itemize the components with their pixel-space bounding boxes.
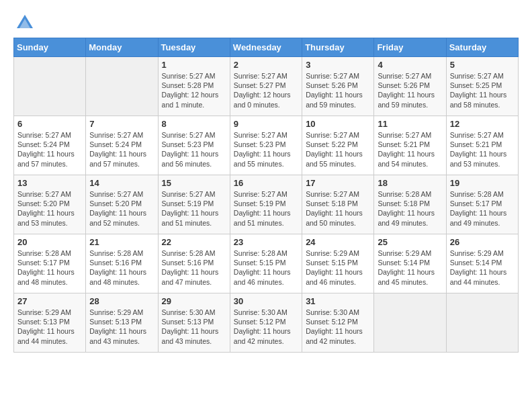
calendar-cell: 12Sunrise: 5:27 AMSunset: 5:21 PMDayligh… bbox=[446, 116, 518, 175]
day-info: Sunrise: 5:29 AMSunset: 5:15 PMDaylight:… bbox=[306, 248, 370, 287]
calendar-cell bbox=[446, 293, 518, 353]
calendar-cell: 15Sunrise: 5:27 AMSunset: 5:19 PMDayligh… bbox=[158, 175, 230, 234]
weekday-header: Monday bbox=[86, 38, 158, 57]
day-number: 5 bbox=[450, 60, 515, 70]
day-info: Sunrise: 5:27 AMSunset: 5:24 PMDaylight:… bbox=[17, 130, 82, 169]
day-number: 14 bbox=[89, 178, 154, 188]
calendar-table: SundayMondayTuesdayWednesdayThursdayFrid… bbox=[13, 38, 519, 353]
calendar-cell: 26Sunrise: 5:29 AMSunset: 5:14 PMDayligh… bbox=[446, 234, 518, 293]
calendar-cell: 10Sunrise: 5:27 AMSunset: 5:22 PMDayligh… bbox=[302, 116, 374, 175]
calendar-week-row: 27Sunrise: 5:29 AMSunset: 5:13 PMDayligh… bbox=[14, 293, 519, 353]
calendar-week-row: 13Sunrise: 5:27 AMSunset: 5:20 PMDayligh… bbox=[14, 175, 519, 234]
day-number: 31 bbox=[306, 296, 370, 306]
day-info: Sunrise: 5:28 AMSunset: 5:18 PMDaylight:… bbox=[378, 189, 442, 228]
day-info: Sunrise: 5:28 AMSunset: 5:15 PMDaylight:… bbox=[234, 248, 298, 287]
day-info: Sunrise: 5:27 AMSunset: 5:26 PMDaylight:… bbox=[306, 71, 370, 109]
day-info: Sunrise: 5:27 AMSunset: 5:18 PMDaylight:… bbox=[306, 189, 370, 228]
day-info: Sunrise: 5:30 AMSunset: 5:13 PMDaylight:… bbox=[162, 308, 226, 346]
calendar-cell: 9Sunrise: 5:27 AMSunset: 5:23 PMDaylight… bbox=[230, 116, 302, 175]
day-info: Sunrise: 5:27 AMSunset: 5:23 PMDaylight:… bbox=[162, 130, 226, 169]
calendar-cell: 23Sunrise: 5:28 AMSunset: 5:15 PMDayligh… bbox=[230, 234, 302, 293]
day-info: Sunrise: 5:27 AMSunset: 5:20 PMDaylight:… bbox=[89, 189, 154, 228]
day-number: 24 bbox=[306, 237, 370, 247]
calendar-cell: 8Sunrise: 5:27 AMSunset: 5:23 PMDaylight… bbox=[158, 116, 230, 175]
calendar-cell: 6Sunrise: 5:27 AMSunset: 5:24 PMDaylight… bbox=[14, 116, 86, 175]
day-info: Sunrise: 5:27 AMSunset: 5:20 PMDaylight:… bbox=[17, 189, 82, 228]
calendar-cell bbox=[374, 293, 446, 353]
calendar-cell: 31Sunrise: 5:30 AMSunset: 5:12 PMDayligh… bbox=[302, 293, 374, 353]
calendar-cell: 24Sunrise: 5:29 AMSunset: 5:15 PMDayligh… bbox=[302, 234, 374, 293]
day-number: 25 bbox=[378, 237, 442, 247]
weekday-header: Sunday bbox=[14, 38, 86, 57]
calendar-cell: 13Sunrise: 5:27 AMSunset: 5:20 PMDayligh… bbox=[14, 175, 86, 234]
calendar-cell: 14Sunrise: 5:27 AMSunset: 5:20 PMDayligh… bbox=[86, 175, 158, 234]
day-info: Sunrise: 5:27 AMSunset: 5:23 PMDaylight:… bbox=[234, 130, 298, 169]
day-info: Sunrise: 5:29 AMSunset: 5:13 PMDaylight:… bbox=[17, 308, 82, 346]
day-number: 11 bbox=[378, 119, 442, 129]
calendar-cell: 17Sunrise: 5:27 AMSunset: 5:18 PMDayligh… bbox=[302, 175, 374, 234]
day-number: 17 bbox=[306, 178, 370, 188]
day-number: 4 bbox=[378, 60, 442, 70]
calendar-week-row: 6Sunrise: 5:27 AMSunset: 5:24 PMDaylight… bbox=[14, 116, 519, 175]
day-number: 13 bbox=[17, 178, 82, 188]
day-info: Sunrise: 5:28 AMSunset: 5:17 PMDaylight:… bbox=[450, 189, 515, 228]
calendar-cell: 4Sunrise: 5:27 AMSunset: 5:26 PMDaylight… bbox=[374, 57, 446, 116]
day-number: 16 bbox=[234, 178, 298, 188]
day-number: 12 bbox=[450, 119, 515, 129]
day-number: 23 bbox=[234, 237, 298, 247]
day-info: Sunrise: 5:28 AMSunset: 5:16 PMDaylight:… bbox=[162, 248, 226, 287]
day-info: Sunrise: 5:27 AMSunset: 5:19 PMDaylight:… bbox=[162, 189, 226, 228]
calendar-cell: 25Sunrise: 5:29 AMSunset: 5:14 PMDayligh… bbox=[374, 234, 446, 293]
weekday-header: Wednesday bbox=[230, 38, 302, 57]
calendar-cell: 27Sunrise: 5:29 AMSunset: 5:13 PMDayligh… bbox=[14, 293, 86, 353]
day-info: Sunrise: 5:29 AMSunset: 5:13 PMDaylight:… bbox=[89, 308, 154, 346]
weekday-header: Tuesday bbox=[158, 38, 230, 57]
day-info: Sunrise: 5:28 AMSunset: 5:17 PMDaylight:… bbox=[17, 248, 82, 287]
calendar-cell: 20Sunrise: 5:28 AMSunset: 5:17 PMDayligh… bbox=[14, 234, 86, 293]
day-number: 3 bbox=[306, 60, 370, 70]
day-number: 30 bbox=[234, 296, 298, 306]
weekday-header-row: SundayMondayTuesdayWednesdayThursdayFrid… bbox=[14, 38, 519, 57]
calendar-week-row: 1Sunrise: 5:27 AMSunset: 5:28 PMDaylight… bbox=[14, 57, 519, 116]
logo-icon bbox=[15, 13, 34, 32]
day-number: 29 bbox=[162, 296, 226, 306]
day-number: 28 bbox=[89, 296, 154, 306]
day-number: 21 bbox=[89, 237, 154, 247]
day-info: Sunrise: 5:27 AMSunset: 5:24 PMDaylight:… bbox=[89, 130, 154, 169]
logo bbox=[13, 13, 34, 32]
day-number: 1 bbox=[162, 60, 226, 70]
day-info: Sunrise: 5:30 AMSunset: 5:12 PMDaylight:… bbox=[306, 308, 370, 346]
day-number: 20 bbox=[17, 237, 82, 247]
day-info: Sunrise: 5:27 AMSunset: 5:26 PMDaylight:… bbox=[378, 71, 442, 109]
calendar-cell: 16Sunrise: 5:27 AMSunset: 5:19 PMDayligh… bbox=[230, 175, 302, 234]
calendar-cell: 11Sunrise: 5:27 AMSunset: 5:21 PMDayligh… bbox=[374, 116, 446, 175]
day-info: Sunrise: 5:27 AMSunset: 5:21 PMDaylight:… bbox=[450, 130, 515, 169]
day-info: Sunrise: 5:27 AMSunset: 5:25 PMDaylight:… bbox=[450, 71, 515, 109]
calendar-cell: 19Sunrise: 5:28 AMSunset: 5:17 PMDayligh… bbox=[446, 175, 518, 234]
day-number: 7 bbox=[89, 119, 154, 129]
day-number: 6 bbox=[17, 119, 82, 129]
calendar-cell: 28Sunrise: 5:29 AMSunset: 5:13 PMDayligh… bbox=[86, 293, 158, 353]
day-info: Sunrise: 5:30 AMSunset: 5:12 PMDaylight:… bbox=[234, 308, 298, 346]
day-number: 18 bbox=[378, 178, 442, 188]
day-info: Sunrise: 5:27 AMSunset: 5:19 PMDaylight:… bbox=[234, 189, 298, 228]
day-number: 15 bbox=[162, 178, 226, 188]
weekday-header: Saturday bbox=[446, 38, 518, 57]
day-number: 22 bbox=[162, 237, 226, 247]
day-info: Sunrise: 5:27 AMSunset: 5:22 PMDaylight:… bbox=[306, 130, 370, 169]
day-number: 9 bbox=[234, 119, 298, 129]
day-info: Sunrise: 5:27 AMSunset: 5:28 PMDaylight:… bbox=[162, 71, 226, 109]
calendar-cell: 2Sunrise: 5:27 AMSunset: 5:27 PMDaylight… bbox=[230, 57, 302, 116]
calendar-cell bbox=[14, 57, 86, 116]
day-info: Sunrise: 5:27 AMSunset: 5:27 PMDaylight:… bbox=[234, 71, 298, 109]
day-number: 8 bbox=[162, 119, 226, 129]
calendar-cell: 5Sunrise: 5:27 AMSunset: 5:25 PMDaylight… bbox=[446, 57, 518, 116]
calendar-cell bbox=[86, 57, 158, 116]
day-number: 26 bbox=[450, 237, 515, 247]
calendar-cell: 22Sunrise: 5:28 AMSunset: 5:16 PMDayligh… bbox=[158, 234, 230, 293]
calendar-cell: 3Sunrise: 5:27 AMSunset: 5:26 PMDaylight… bbox=[302, 57, 374, 116]
day-number: 10 bbox=[306, 119, 370, 129]
day-info: Sunrise: 5:28 AMSunset: 5:16 PMDaylight:… bbox=[89, 248, 154, 287]
day-number: 27 bbox=[17, 296, 82, 306]
calendar-cell: 21Sunrise: 5:28 AMSunset: 5:16 PMDayligh… bbox=[86, 234, 158, 293]
